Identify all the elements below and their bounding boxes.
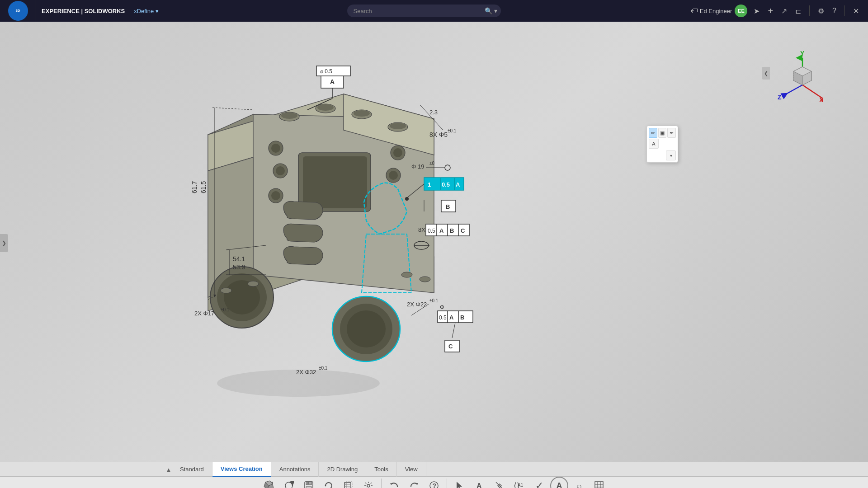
svg-text:8X: 8X	[418, 226, 425, 233]
tab-standard-label: Standard	[180, 466, 204, 473]
model-items-button[interactable]: ⟨⟩ A1	[510, 477, 528, 488]
svg-text:53.9: 53.9	[233, 263, 245, 271]
svg-text:2X Φ22: 2X Φ22	[407, 301, 427, 308]
top-bar: 3D EXPERIENCE | SOLIDWORKS xDefine ▾ 🔍 ▾…	[0, 0, 868, 22]
svg-point-10	[317, 104, 334, 111]
options-button[interactable]	[359, 477, 377, 488]
logo-text: 3D	[15, 9, 20, 13]
help-toolbar-button[interactable]: ?	[425, 477, 443, 488]
table-icon	[594, 481, 604, 488]
tab-view[interactable]: View	[397, 462, 426, 477]
toolbar-separator-2	[447, 479, 447, 488]
svg-text:A: A	[456, 181, 460, 188]
share-icon[interactable]: ↗	[779, 5, 789, 17]
model-items-icon: ⟨⟩ A1	[513, 481, 526, 488]
module-label: xDefine	[134, 8, 154, 14]
select-tool-button[interactable]	[451, 477, 469, 488]
svg-text:61.5: 61.5	[200, 181, 207, 193]
annot-edit-btn[interactable]: ✏	[649, 128, 657, 138]
svg-text:2X Φ32: 2X Φ32	[296, 369, 316, 375]
viewport: ❯	[0, 22, 868, 465]
broadcast-icon[interactable]: ⊏	[793, 5, 803, 17]
logo-circle: 3D	[8, 1, 28, 21]
svg-point-64	[405, 197, 409, 201]
tab-2d-drawing-label: 2D Drawing	[327, 466, 358, 473]
topbar-divider-2	[844, 5, 845, 16]
smart-dim-button[interactable]	[491, 477, 509, 488]
user-badge[interactable]: Ed Engineer EE	[700, 5, 748, 17]
tab-tools[interactable]: Tools	[366, 462, 396, 477]
toolbar-row: ? A ⟨⟩ A1 ✓ A ⌕	[0, 477, 868, 488]
tab-row: ▲ Standard Views Creation Annotations 2D…	[0, 462, 868, 477]
toggle-arrow-icon: ❯	[2, 240, 6, 246]
tab-views-creation[interactable]: Views Creation	[212, 462, 271, 477]
checkmark-button[interactable]: ✓	[530, 477, 548, 488]
svg-rect-122	[344, 483, 351, 488]
svg-marker-121	[325, 485, 326, 487]
rotate-view-button[interactable]	[280, 477, 298, 488]
svg-point-8	[281, 113, 297, 119]
search-input[interactable]	[347, 5, 501, 17]
svg-text:8X Φ5: 8X Φ5	[429, 131, 448, 138]
app-logo[interactable]: 3D	[0, 0, 36, 22]
xdefine-button[interactable]: xDefine ▾	[130, 6, 162, 16]
rebuild-icon	[324, 481, 334, 488]
settings-icon[interactable]: ⚙	[816, 5, 826, 17]
redo-button[interactable]	[405, 477, 423, 488]
search-dropdown-icon[interactable]: ▾	[494, 7, 497, 14]
sheets-button[interactable]	[340, 477, 358, 488]
search-icons: 🔍 ▾	[485, 7, 497, 14]
table-button[interactable]	[590, 477, 608, 488]
svg-text:A: A	[449, 314, 454, 321]
svg-point-35	[401, 272, 412, 277]
tab-standard[interactable]: Standard	[172, 462, 212, 477]
tab-annotations[interactable]: Annotations	[271, 462, 319, 477]
svg-text:0.5: 0.5	[428, 228, 435, 234]
options-icon	[363, 481, 373, 488]
note-button[interactable]: A	[471, 477, 489, 488]
svg-point-33	[221, 288, 231, 293]
tag-icon[interactable]: 🏷	[689, 5, 700, 17]
svg-text:B: B	[446, 203, 450, 210]
annot-text-btn[interactable]: A	[649, 139, 659, 149]
svg-text:±0.1: ±0.1	[448, 128, 457, 133]
pointer-icon[interactable]: ➤	[752, 5, 761, 17]
svg-point-55	[445, 165, 450, 170]
annot-row-1: ✏ ▣ ✒	[649, 128, 676, 138]
search-tool-button[interactable]: ⌕	[570, 477, 588, 488]
svg-point-32	[347, 310, 386, 347]
svg-text:A: A	[439, 227, 444, 234]
panel-collapse-button[interactable]: ❮	[762, 67, 770, 80]
search-icon[interactable]: 🔍	[485, 7, 492, 14]
close-icon[interactable]: ✕	[851, 5, 861, 17]
app-title: EXPERIENCE | SOLIDWORKS	[36, 8, 130, 14]
annot-dropdown[interactable]: ▾	[666, 150, 676, 160]
annot-pen-btn[interactable]: ✒	[667, 128, 676, 138]
svg-point-12	[354, 110, 370, 117]
tab-2d-drawing[interactable]: 2D Drawing	[319, 462, 366, 477]
redo-icon	[409, 481, 419, 488]
svg-text:X: X	[819, 96, 823, 103]
rotate-icon	[284, 481, 294, 488]
help-icon[interactable]: ?	[830, 5, 838, 17]
svg-line-39	[212, 108, 253, 110]
user-name: Ed Engineer	[700, 8, 732, 14]
view-orient-button[interactable]	[260, 477, 278, 488]
help-icon: ?	[429, 481, 439, 488]
tab-scroll-left[interactable]: ▲	[164, 462, 174, 477]
left-panel-toggle[interactable]: ❯	[0, 234, 8, 252]
svg-text:±0: ±0	[429, 161, 434, 166]
undo-button[interactable]	[385, 477, 403, 488]
annot-table-btn[interactable]: ▣	[658, 128, 667, 138]
add-icon[interactable]: +	[766, 4, 775, 18]
user-avatar: EE	[735, 5, 747, 17]
rebuild-button[interactable]	[320, 477, 338, 488]
svg-text:Φ: Φ	[440, 304, 444, 310]
save-button[interactable]	[300, 477, 318, 488]
view-orient-icon	[264, 480, 274, 488]
svg-marker-132	[457, 482, 462, 488]
svg-text:1: 1	[428, 181, 431, 188]
svg-point-18	[271, 144, 280, 153]
text-tool-button[interactable]: A	[550, 477, 568, 488]
bottom-bar: ▲ Standard Views Creation Annotations 2D…	[0, 462, 868, 488]
